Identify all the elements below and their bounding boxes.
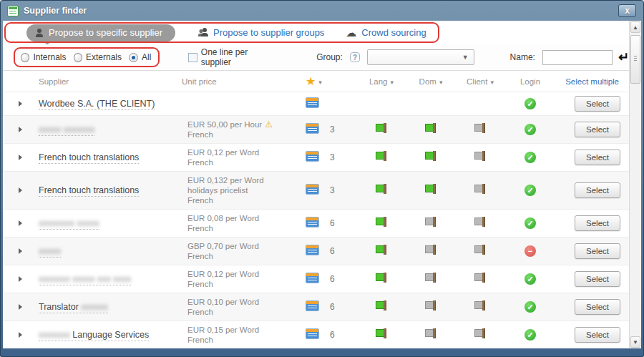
warning-icon: ⚠ bbox=[265, 119, 273, 129]
lang-flag-icon[interactable] bbox=[376, 217, 388, 228]
col-header-unit-price[interactable]: Unit price bbox=[182, 77, 301, 86]
expand-arrow-icon[interactable] bbox=[19, 276, 22, 282]
expand-arrow-icon[interactable] bbox=[19, 127, 22, 132]
dom-flag-icon[interactable] bbox=[425, 273, 437, 283]
note-icon[interactable] bbox=[306, 151, 319, 162]
sort-arrow-icon: ▾ bbox=[439, 79, 443, 86]
radio-all[interactable] bbox=[129, 53, 138, 62]
note-icon[interactable] bbox=[306, 97, 319, 108]
expand-arrow-icon[interactable] bbox=[19, 332, 22, 338]
client-flag-icon[interactable] bbox=[474, 217, 487, 228]
select-button[interactable]: Select bbox=[575, 299, 620, 315]
table-row: Wordbee S.A. (THE CLIENT) ✓ Select bbox=[3, 92, 629, 115]
radio-internals[interactable] bbox=[21, 53, 29, 62]
col-header-supplier[interactable]: Supplier bbox=[30, 77, 182, 86]
client-flag-icon[interactable] bbox=[474, 123, 487, 134]
login-status-icon: ✓ bbox=[525, 329, 536, 341]
expand-arrow-icon[interactable] bbox=[19, 155, 22, 160]
select-button[interactable]: Select bbox=[575, 327, 620, 343]
select-button[interactable]: Select bbox=[575, 96, 620, 112]
select-multiple-link[interactable]: Select multiple bbox=[555, 77, 629, 86]
radio-externals[interactable] bbox=[74, 53, 82, 62]
supplier-name[interactable]: xxxxxxx Language Services bbox=[30, 330, 182, 340]
dom-flag-icon[interactable] bbox=[425, 217, 437, 228]
dom-flag-icon[interactable] bbox=[425, 300, 437, 311]
client-flag-icon[interactable] bbox=[474, 245, 487, 255]
dom-flag-icon[interactable] bbox=[425, 245, 437, 255]
return-icon[interactable]: ↵ bbox=[618, 51, 629, 64]
scroll-down-icon[interactable]: ▼ bbox=[630, 336, 640, 348]
lang-flag-icon[interactable] bbox=[376, 151, 388, 162]
client-flag-icon[interactable] bbox=[474, 151, 487, 162]
note-icon[interactable] bbox=[306, 273, 319, 283]
supplier-name[interactable]: Translator xxxxxx bbox=[30, 302, 182, 312]
client-flag-icon[interactable] bbox=[474, 184, 487, 195]
lang-flag-icon[interactable] bbox=[376, 184, 388, 195]
titlebar[interactable]: Supplier finder bbox=[3, 1, 641, 21]
client-flag-icon[interactable] bbox=[474, 300, 487, 311]
note-icon[interactable] bbox=[306, 328, 319, 339]
supplier-table: Wordbee S.A. (THE CLIENT) ✓ Select xxxxx… bbox=[3, 92, 629, 348]
select-button[interactable]: Select bbox=[575, 215, 620, 231]
supplier-name[interactable]: xxxxxxxx xxxxx bbox=[30, 218, 182, 228]
tab-crowd-sourcing[interactable]: ☁ Crowd sourcing bbox=[346, 27, 426, 38]
col-header-client[interactable]: Client▾ bbox=[455, 77, 505, 86]
select-button[interactable]: Select bbox=[575, 271, 620, 287]
note-icon[interactable] bbox=[306, 245, 319, 255]
lang-flag-icon[interactable] bbox=[376, 328, 388, 339]
select-button[interactable]: Select bbox=[575, 182, 620, 198]
tab-propose-supplier-groups[interactable]: Propose to supplier groups bbox=[197, 27, 324, 38]
select-button[interactable]: Select bbox=[575, 243, 620, 259]
supplier-name[interactable]: Wordbee S.A. (THE CLIENT) bbox=[30, 99, 182, 109]
expand-arrow-icon[interactable] bbox=[19, 187, 22, 193]
help-icon[interactable]: ? bbox=[350, 52, 360, 62]
login-status-icon: ✓ bbox=[525, 98, 536, 109]
col-header-lang[interactable]: Lang▾ bbox=[356, 77, 406, 86]
filter-bar: Internals Externals All One line per sup… bbox=[3, 44, 629, 71]
select-button[interactable]: Select bbox=[575, 122, 620, 137]
lang-flag-icon[interactable] bbox=[376, 245, 388, 255]
unit-price: EUR 0,10 per WordFrench bbox=[182, 293, 301, 321]
lang-flag-icon[interactable] bbox=[376, 123, 388, 134]
group-dropdown[interactable]: ▼ bbox=[367, 49, 474, 65]
dom-flag-icon[interactable] bbox=[425, 151, 437, 162]
close-icon[interactable]: x bbox=[618, 4, 636, 17]
name-input[interactable] bbox=[542, 50, 613, 65]
unit-price: EUR 0,12 per WordFrench bbox=[182, 265, 301, 293]
note-icon[interactable] bbox=[306, 184, 319, 195]
radio-label-all: All bbox=[142, 52, 151, 62]
note-icon[interactable] bbox=[306, 123, 319, 134]
supplier-name[interactable]: French touch translations bbox=[30, 152, 182, 162]
supplier-name[interactable]: xxxxxxx xxxxx xxx xxxx bbox=[30, 274, 182, 284]
one-line-checkbox[interactable] bbox=[188, 53, 197, 62]
scroll-up-icon[interactable]: ▲ bbox=[630, 21, 640, 33]
scrollbar-thumb[interactable] bbox=[630, 35, 640, 84]
client-flag-icon[interactable] bbox=[474, 328, 487, 339]
expand-arrow-icon[interactable] bbox=[19, 101, 22, 107]
note-icon[interactable] bbox=[306, 217, 319, 228]
unit-price: EUR 50,00 per Hour⚠French bbox=[182, 116, 301, 143]
tab-label: Crowd sourcing bbox=[361, 27, 426, 38]
supplier-name[interactable]: xxxxx bbox=[30, 246, 182, 256]
supplier-name[interactable]: French touch translations bbox=[30, 185, 182, 195]
dom-flag-icon[interactable] bbox=[425, 328, 437, 339]
supplier-name[interactable]: xxxxx xxxxxxx bbox=[30, 124, 182, 135]
lang-flag-icon[interactable] bbox=[376, 273, 388, 283]
col-header-login: Login bbox=[505, 77, 555, 86]
col-header-rating[interactable]: ★▾ bbox=[301, 74, 356, 88]
lang-flag-icon[interactable] bbox=[376, 300, 388, 311]
client-flag-icon[interactable] bbox=[474, 273, 487, 283]
dom-flag-icon[interactable] bbox=[425, 123, 437, 134]
expand-arrow-icon[interactable] bbox=[19, 220, 22, 226]
dom-flag-icon[interactable] bbox=[425, 184, 437, 195]
col-header-dom[interactable]: Dom▾ bbox=[406, 77, 455, 86]
vertical-scrollbar[interactable]: ▲ ▼ bbox=[629, 21, 641, 348]
expand-arrow-icon[interactable] bbox=[19, 248, 22, 254]
sort-arrow-icon: ▾ bbox=[318, 79, 322, 86]
login-status-icon: ✓ bbox=[525, 273, 536, 285]
tab-propose-specific-supplier[interactable]: Propose to specific supplier bbox=[26, 24, 175, 41]
select-button[interactable]: Select bbox=[575, 150, 620, 165]
note-icon[interactable] bbox=[306, 300, 319, 311]
radio-label-internals: Internals bbox=[33, 52, 66, 62]
expand-arrow-icon[interactable] bbox=[19, 304, 22, 310]
